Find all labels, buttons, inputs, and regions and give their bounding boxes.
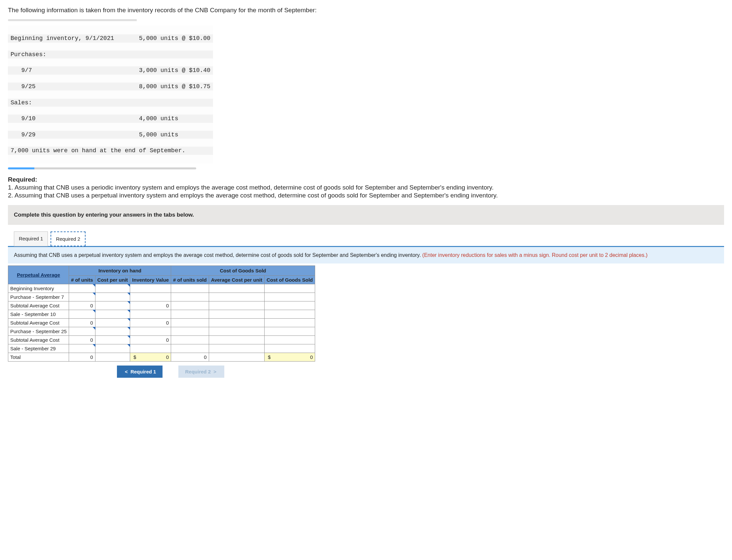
avg-cpu-cell xyxy=(209,284,264,293)
avg-cpu-total xyxy=(209,353,264,362)
units-sold-cell xyxy=(171,293,209,301)
units-total: 0 xyxy=(69,353,95,362)
row-label: Beginning Inventory xyxy=(8,284,69,293)
avg-cpu-cell xyxy=(209,293,264,301)
table-corner: Perpetual Average xyxy=(8,266,69,284)
group-header-inventory: Inventory on hand xyxy=(69,266,171,276)
units-input[interactable] xyxy=(69,344,95,353)
chevron-left-icon: < xyxy=(123,369,129,374)
mono-line: 9/7 3,000 units @ $10.40 xyxy=(8,66,213,74)
next-label: Required 2 xyxy=(185,369,211,374)
prev-label: Required 1 xyxy=(130,369,156,374)
row-label: Sale - September 29 xyxy=(8,344,69,353)
inventory-data-block: Beginning inventory, 9/1/2021 5,000 unit… xyxy=(8,26,213,163)
panel-hint: (Enter inventory reductions for sales wi… xyxy=(422,252,647,258)
units-subtotal: 0 xyxy=(69,319,95,327)
cogs-cell xyxy=(264,301,315,310)
prev-required-button[interactable]: < Required 1 xyxy=(117,366,162,378)
avg-cpu-cell xyxy=(209,301,264,310)
cost-per-unit-input[interactable] xyxy=(95,327,130,336)
tab-bar: Required 1 Required 2 xyxy=(8,225,724,246)
next-required-button[interactable]: Required 2 > xyxy=(178,366,224,378)
avg-cpu-cell xyxy=(209,319,264,327)
cost-per-unit-input[interactable] xyxy=(95,301,130,310)
inventory-value-cell xyxy=(130,293,171,301)
units-input[interactable] xyxy=(69,284,95,293)
inventory-value-total: $0 xyxy=(130,353,171,362)
col-header-cost-of-goods-sold: Cost of Goods Sold xyxy=(264,276,315,284)
avg-cpu-cell xyxy=(209,327,264,336)
row-label: Subtotal Average Cost xyxy=(8,336,69,344)
mono-line: Sales: xyxy=(8,99,213,107)
units-subtotal: 0 xyxy=(69,336,95,344)
cogs-cell xyxy=(264,319,315,327)
cost-per-unit-input[interactable] xyxy=(95,319,130,327)
cost-per-unit-input[interactable] xyxy=(95,336,130,344)
perpetual-average-link[interactable]: Perpetual Average xyxy=(17,272,60,278)
tab-required-2[interactable]: Required 2 xyxy=(51,231,85,246)
cogs-cell xyxy=(264,336,315,344)
required-heading: Required: xyxy=(8,176,37,183)
mono-line: 9/10 4,000 units xyxy=(8,115,213,123)
inventory-value-subtotal: 0 xyxy=(130,301,171,310)
cost-per-unit-input[interactable] xyxy=(95,293,130,301)
row-label: Subtotal Average Cost xyxy=(8,319,69,327)
avg-cpu-cell xyxy=(209,310,264,319)
col-header-avg-cost-per-unit: Average Cost per unit xyxy=(209,276,264,284)
inventory-value-subtotal: 0 xyxy=(130,336,171,344)
mono-line: 9/25 8,000 units @ $10.75 xyxy=(8,83,213,90)
cost-per-unit-input[interactable] xyxy=(95,344,130,353)
panel-text: Assuming that CNB uses a perpetual inven… xyxy=(14,252,422,258)
units-sold-total: 0 xyxy=(171,353,209,362)
inventory-value-cell xyxy=(130,284,171,293)
units-sold-cell xyxy=(171,344,209,353)
cost-per-unit-total xyxy=(95,353,130,362)
col-header-inventory-value: Inventory Value xyxy=(130,276,171,284)
required-item-2: 2. Assuming that CNB uses a perpetual in… xyxy=(8,192,724,199)
row-label: Purchase - September 7 xyxy=(8,293,69,301)
col-header-cost-per-unit: Cost per unit xyxy=(95,276,130,284)
mono-line: 7,000 units were on hand at the end of S… xyxy=(8,147,213,155)
intro-text: The following information is taken from … xyxy=(8,7,724,14)
tab-panel-required-2: Assuming that CNB uses a perpetual inven… xyxy=(8,246,724,263)
units-sold-cell xyxy=(171,327,209,336)
units-sold-cell xyxy=(171,319,209,327)
units-input[interactable] xyxy=(69,310,95,319)
row-label: Total xyxy=(8,353,69,362)
row-label: Sale - September 10 xyxy=(8,310,69,319)
instruction-bar: Complete this question by entering your … xyxy=(8,205,724,225)
row-label: Subtotal Average Cost xyxy=(8,301,69,310)
chevron-right-icon: > xyxy=(212,369,218,374)
required-item-1: 1. Assuming that CNB uses a periodic inv… xyxy=(8,184,724,191)
nav-buttons: < Required 1 Required 2 > xyxy=(8,366,724,378)
group-header-cogs: Cost of Goods Sold xyxy=(171,266,315,276)
cogs-cell xyxy=(264,310,315,319)
cogs-cell xyxy=(264,284,315,293)
cost-per-unit-input[interactable] xyxy=(95,284,130,293)
mono-line: 9/29 5,000 units xyxy=(8,131,213,139)
col-header-units: # of units xyxy=(69,276,95,284)
cogs-cell xyxy=(264,293,315,301)
perpetual-average-table: Perpetual Average Inventory on hand Cost… xyxy=(8,265,315,362)
avg-cpu-cell xyxy=(209,344,264,353)
code-scrollbar-bottom[interactable] xyxy=(8,167,196,169)
units-sold-cell xyxy=(171,336,209,344)
inventory-value-cell xyxy=(130,310,171,319)
units-sold-cell xyxy=(171,301,209,310)
tab-required-1[interactable]: Required 1 xyxy=(14,231,48,246)
units-input[interactable] xyxy=(69,293,95,301)
units-sold-cell xyxy=(171,284,209,293)
units-subtotal: 0 xyxy=(69,301,95,310)
units-sold-cell xyxy=(171,310,209,319)
mono-line: Purchases: xyxy=(8,51,213,58)
cost-per-unit-input[interactable] xyxy=(95,310,130,319)
inventory-value-cell xyxy=(130,344,171,353)
code-scrollbar-top[interactable] xyxy=(8,19,196,21)
cogs-cell xyxy=(264,344,315,353)
inventory-value-subtotal: 0 xyxy=(130,319,171,327)
mono-line: Beginning inventory, 9/1/2021 5,000 unit… xyxy=(8,34,213,42)
inventory-value-cell xyxy=(130,327,171,336)
units-input[interactable] xyxy=(69,327,95,336)
dollar-sign: $ xyxy=(132,354,136,360)
col-header-units-sold: # of units sold xyxy=(171,276,209,284)
